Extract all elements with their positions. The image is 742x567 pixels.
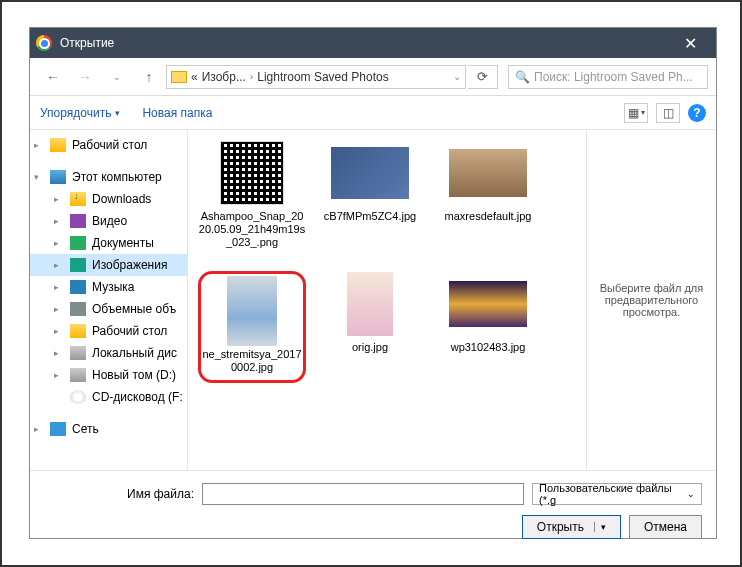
file-open-dialog: Открытие ✕ ← → ⌄ ↑ « Изобр... › Lightroo…	[30, 28, 716, 538]
forward-button[interactable]: →	[70, 63, 100, 91]
thumbnail-icon	[347, 272, 393, 336]
toolbar: Упорядочить ▾ Новая папка ▦▾ ◫ ?	[30, 96, 716, 130]
sidebar-item-images[interactable]: ▸Изображения	[30, 254, 187, 276]
preview-toggle-button[interactable]: ◫	[656, 103, 680, 123]
history-dropdown[interactable]: ⌄	[102, 63, 132, 91]
chevron-right-icon: ›	[246, 71, 257, 82]
close-button[interactable]: ✕	[670, 28, 710, 58]
search-input[interactable]: 🔍 Поиск: Lightroom Saved Ph...	[508, 65, 708, 89]
file-item[interactable]: orig.jpg	[316, 271, 424, 383]
file-item[interactable]: Ashampoo_Snap_2020.05.09_21h49m19s_023_.…	[198, 140, 306, 249]
sidebar-item-local-disk[interactable]: ▸Локальный дис	[30, 342, 187, 364]
titlebar: Открытие ✕	[30, 28, 716, 58]
thumbnail-icon	[449, 149, 527, 197]
bottom-panel: Имя файла: Пользовательские файлы (*.g ⌄…	[30, 470, 716, 551]
file-list: Ashampoo_Snap_2020.05.09_21h49m19s_023_.…	[188, 130, 586, 470]
up-button[interactable]: ↑	[134, 63, 164, 91]
open-button[interactable]: Открыть▾	[522, 515, 621, 539]
sidebar-item-new-volume[interactable]: ▸Новый том (D:)	[30, 364, 187, 386]
back-button[interactable]: ←	[38, 63, 68, 91]
filename-input[interactable]	[202, 483, 524, 505]
sidebar-item-music[interactable]: ▸Музыка	[30, 276, 187, 298]
thumbnail-icon	[227, 276, 277, 346]
view-mode-button[interactable]: ▦▾	[624, 103, 648, 123]
filetype-select[interactable]: Пользовательские файлы (*.g ⌄	[532, 483, 702, 505]
search-icon: 🔍	[515, 70, 530, 84]
sidebar-item-this-pc[interactable]: ▾Этот компьютер	[30, 166, 187, 188]
sidebar-item-desktop[interactable]: ▸Рабочий стол	[30, 134, 187, 156]
help-button[interactable]: ?	[688, 104, 706, 122]
navbar: ← → ⌄ ↑ « Изобр... › Lightroom Saved Pho…	[30, 58, 716, 96]
chevron-down-icon[interactable]: ⌄	[453, 71, 461, 82]
chevron-down-icon: ▾	[115, 108, 120, 118]
sidebar-item-downloads[interactable]: ▸Downloads	[30, 188, 187, 210]
chrome-icon	[36, 35, 52, 51]
filename-label: Имя файла:	[44, 487, 194, 501]
breadcrumb-item[interactable]: Lightroom Saved Photos	[257, 70, 388, 84]
organize-menu[interactable]: Упорядочить	[40, 106, 111, 120]
window-title: Открытие	[60, 36, 114, 50]
file-item[interactable]: wp3102483.jpg	[434, 271, 542, 383]
sidebar-item-network[interactable]: ▸Сеть	[30, 418, 187, 440]
preview-pane: Выберите файл для предварительного просм…	[586, 130, 716, 470]
sidebar-item-desktop2[interactable]: ▸Рабочий стол	[30, 320, 187, 342]
sidebar-item-cd[interactable]: CD-дисковод (F:	[30, 386, 187, 408]
sidebar: ▸Рабочий стол ▾Этот компьютер ▸Downloads…	[30, 130, 188, 470]
file-item-highlighted[interactable]: ne_stremitsya_20170002.jpg	[198, 271, 306, 383]
file-item[interactable]: maxresdefault.jpg	[434, 140, 542, 249]
thumbnail-icon	[220, 141, 284, 205]
thumbnail-icon	[449, 281, 527, 327]
sidebar-item-video[interactable]: ▸Видео	[30, 210, 187, 232]
breadcrumb[interactable]: « Изобр... › Lightroom Saved Photos ⌄	[166, 65, 466, 89]
chevron-down-icon[interactable]: ▾	[594, 522, 606, 532]
refresh-button[interactable]: ⟳	[468, 65, 498, 89]
new-folder-button[interactable]: Новая папка	[142, 106, 212, 120]
breadcrumb-item[interactable]: Изобр...	[202, 70, 246, 84]
cancel-button[interactable]: Отмена	[629, 515, 702, 539]
thumbnail-icon	[331, 147, 409, 199]
sidebar-item-documents[interactable]: ▸Документы	[30, 232, 187, 254]
sidebar-item-volumes[interactable]: ▸Объемные объ	[30, 298, 187, 320]
folder-icon	[171, 71, 187, 83]
file-item[interactable]: cB7fMPm5ZC4.jpg	[316, 140, 424, 249]
chevron-down-icon: ⌄	[687, 489, 695, 499]
